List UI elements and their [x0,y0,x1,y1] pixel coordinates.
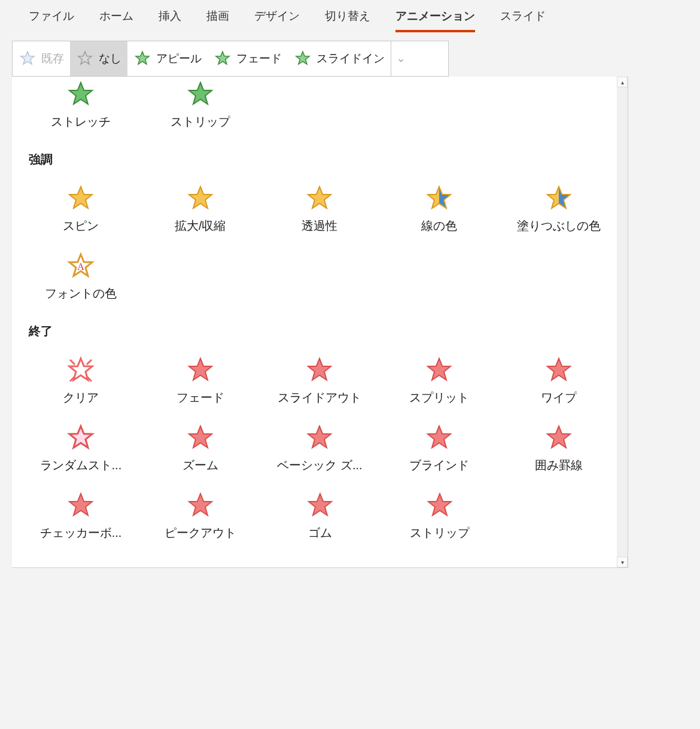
tab-4[interactable]: デザイン [254,6,300,30]
anim-tile[interactable]: クリア [24,353,138,409]
anim-tile[interactable]: ストレッチ [24,77,138,133]
ribbon-tabs: ファイルホーム挿入描画デザイン切り替えアニメーションスライド [0,0,700,35]
star-icon [186,80,215,109]
gallery-item-3[interactable]: フェード [208,41,288,76]
anim-tile-label: 線の色 [421,218,457,234]
anim-tile-label: ストリップ [410,525,470,541]
svg-marker-4 [296,51,309,64]
svg-line-18 [87,360,92,364]
star-icon [305,184,334,213]
gallery-item-label: アピール [156,51,202,66]
anim-tile-label: ワイプ [541,390,577,406]
tab-7[interactable]: スライド [500,6,546,30]
gallery-item-label: フェード [236,51,282,66]
anim-tile[interactable]: ワイプ [502,353,616,409]
anim-tile-label: ブラインド [409,457,469,473]
anim-tile[interactable]: スライドアウト [263,353,377,409]
scrollbar[interactable]: ▴ ▾ [617,77,628,567]
anim-tile[interactable]: 拡大/収縮 [144,181,257,238]
gallery-dropdown-button[interactable]: ⌵ [391,41,410,76]
anim-tile[interactable]: Aフォントの色 [24,248,138,305]
star-icon [133,50,151,68]
anim-tile[interactable]: フェード [144,353,257,409]
tab-1[interactable]: ホーム [99,6,133,30]
scroll-up-button[interactable]: ▴ [617,77,628,87]
anim-tile[interactable]: ストリップ [144,77,257,133]
anim-tile-label: クリア [63,390,99,406]
gallery-item-label: スライドイン [316,51,385,66]
anim-tile-label: ランダムスト... [40,457,122,473]
svg-marker-25 [69,426,92,448]
star-icon [305,424,334,452]
anim-tile[interactable]: ピークアウト [144,488,257,545]
anim-tile-label: スプリット [409,390,469,406]
star-icon [66,80,95,109]
svg-marker-22 [308,359,331,380]
svg-marker-3 [216,51,229,64]
anim-tile-label: スピン [63,218,99,234]
svg-marker-12 [428,187,451,208]
animation-dropdown-panel: ▴ ▾ ストレッチストリップ強調スピン拡大/収縮透過性線の色塗りつぶしの色Aフォ… [12,77,628,568]
star-icon [66,424,95,452]
svg-marker-0 [21,51,34,64]
anim-tile[interactable]: チェッカーボ... [24,488,138,545]
star-icon [544,356,573,385]
tab-3[interactable]: 描画 [206,6,229,30]
star-icon [544,184,573,213]
tab-2[interactable]: 挿入 [159,6,181,30]
scroll-down-button[interactable]: ▾ [617,557,628,567]
gallery-item-4[interactable]: スライドイン [288,41,391,76]
svg-marker-27 [308,426,331,448]
section-header: 終了 [29,323,616,339]
svg-marker-9 [69,187,92,208]
svg-marker-32 [309,494,331,515]
anim-tile-label: フォントの色 [45,285,117,302]
star-icon [66,491,95,520]
gallery-item-2[interactable]: アピール [127,41,208,76]
section-header: 強調 [29,151,616,168]
anim-tile[interactable]: 透過性 [263,181,377,238]
anim-tile[interactable]: スプリット [382,353,496,409]
svg-line-17 [70,360,75,364]
tab-5[interactable]: 切り替え [325,6,370,30]
anim-tile-label: ズーム [182,457,218,473]
anim-tile-label: フェード [176,390,224,406]
anim-tile[interactable]: ベーシック ズ... [263,420,377,477]
star-icon [66,184,95,213]
star-icon [544,424,573,452]
anim-tile-label: スライドアウト [278,390,361,406]
star-icon [425,356,454,385]
anim-tile-label: ゴム [308,525,332,541]
gallery-item-1[interactable]: なし [70,41,127,76]
svg-marker-1 [78,51,92,64]
anim-tile-label: 拡大/収縮 [175,218,226,234]
anim-tile-label: ピークアウト [165,525,236,541]
star-icon [425,491,454,520]
anim-tile[interactable]: ブラインド [382,420,496,477]
svg-marker-8 [189,83,212,104]
star-icon [425,184,454,213]
anim-tile[interactable]: 囲み罫線 [502,420,616,477]
gallery-item-label: なし [99,51,121,66]
svg-marker-29 [547,426,570,448]
anim-tile-label: ストリップ [171,114,230,130]
anim-tile-label: 塗りつぶしの色 [517,218,601,234]
tab-0[interactable]: ファイル [29,6,74,30]
star-icon [66,356,95,385]
star-icon [76,50,94,68]
anim-tile[interactable]: 線の色 [382,181,496,238]
svg-marker-23 [428,359,451,380]
anim-tile[interactable]: スピン [24,181,138,238]
svg-marker-13 [547,187,570,208]
anim-tile[interactable]: 塗りつぶしの色 [502,181,616,238]
star-icon [186,356,215,385]
anim-tile-label: 囲み罫線 [535,457,583,473]
anim-tile[interactable]: ストリップ [383,488,497,545]
anim-tile[interactable]: ゴム [263,488,377,545]
anim-tile[interactable]: ランダムスト... [24,420,138,477]
tab-6[interactable]: アニメーション [395,6,475,32]
star-icon [306,491,334,520]
anim-tile[interactable]: ズーム [144,420,257,477]
star-icon [19,50,36,68]
svg-marker-11 [308,187,331,208]
